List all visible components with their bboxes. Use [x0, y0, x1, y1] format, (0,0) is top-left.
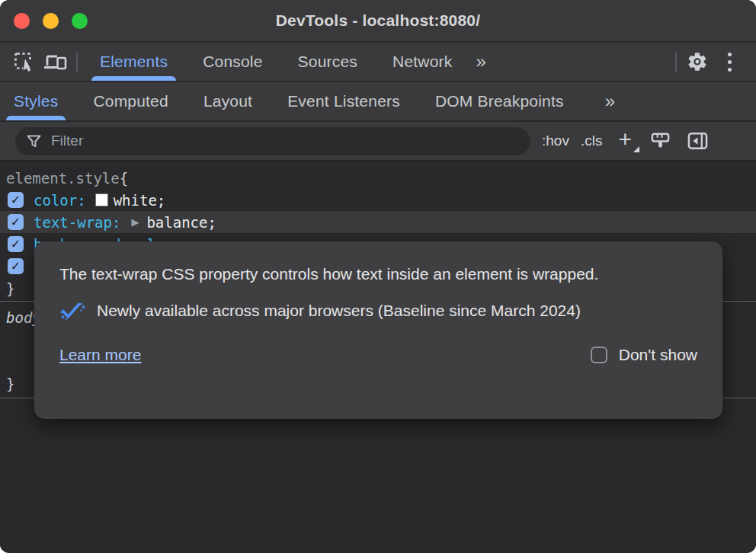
minimize-window-button[interactable] — [43, 13, 59, 29]
property-name[interactable]: color — [34, 192, 77, 209]
inspect-cursor-icon — [14, 52, 34, 72]
more-tabs-button[interactable]: » — [476, 51, 485, 72]
tab-sources[interactable]: Sources — [298, 43, 357, 81]
text-wrap-baseline-tooltip: The text-wrap CSS property controls how … — [34, 241, 722, 419]
paint-brush-icon — [650, 131, 671, 152]
css-property-row: ✓ color: white; — [0, 189, 756, 211]
gear-icon — [687, 51, 708, 72]
zoom-window-button[interactable] — [72, 13, 88, 29]
property-value[interactable]: balance; — [146, 214, 216, 231]
toggle-element-state-button[interactable]: :hov — [542, 133, 569, 149]
tab-elements[interactable]: Elements — [100, 43, 168, 81]
filter-funnel-icon — [27, 135, 41, 148]
tab-styles[interactable]: Styles — [14, 82, 58, 120]
device-toolbar-icon — [43, 52, 68, 72]
styles-filter-toolbar: :hov .cls + — [0, 122, 756, 161]
toggle-device-toolbar-button[interactable] — [40, 46, 72, 77]
titlebar: DevTools - localhost:8080/ — [0, 0, 756, 43]
settings-button[interactable] — [681, 46, 713, 77]
filter-input[interactable] — [50, 132, 519, 150]
tab-network[interactable]: Network — [392, 43, 452, 81]
property-checkbox[interactable]: ✓ — [8, 214, 24, 230]
tab-dom-breakpoints[interactable]: DOM Breakpoints — [435, 82, 564, 120]
tab-layout[interactable]: Layout — [203, 82, 252, 120]
toolbar-separator — [675, 52, 677, 72]
baseline-status-text: Newly available across major browsers (B… — [97, 302, 581, 320]
toolbar-separator — [76, 52, 78, 72]
inspect-element-button[interactable] — [8, 46, 40, 77]
kebab-menu-button[interactable] — [713, 46, 745, 77]
new-style-rule-button[interactable]: + — [613, 128, 636, 154]
kebab-menu-icon — [728, 53, 732, 72]
property-checkbox[interactable]: ✓ — [8, 192, 24, 208]
close-window-button[interactable] — [14, 13, 30, 29]
rule-selector: element.style — [6, 170, 120, 187]
element-classes-button[interactable]: .cls — [581, 133, 603, 149]
rendering-emulations-button[interactable] — [648, 126, 674, 156]
dont-show-label: Don't show — [619, 346, 697, 364]
collapse-panel-icon — [687, 132, 708, 150]
filter-field[interactable] — [15, 127, 530, 155]
tab-console[interactable]: Console — [203, 43, 262, 81]
window-title: DevTools - localhost:8080/ — [0, 11, 756, 30]
expand-value-icon[interactable]: ▶ — [131, 216, 139, 228]
main-toolbar: Elements Console Sources Network » — [0, 43, 756, 82]
styles-pane: element.style { ✓ color: white; ✓ text-w… — [0, 161, 756, 550]
css-property-row-hovered: ✓ text-wrap: ▶ balance; — [0, 211, 756, 233]
elements-sidebar-tabs: Styles Computed Layout Event Listeners D… — [0, 82, 756, 122]
more-sidebar-tabs-button[interactable]: » — [605, 91, 615, 112]
property-name[interactable]: text-wrap — [34, 214, 112, 231]
property-checkbox[interactable]: ✓ — [8, 258, 24, 274]
tooltip-description: The text-wrap CSS property controls how … — [59, 262, 662, 286]
color-swatch[interactable] — [95, 193, 108, 206]
toggle-sidebar-button[interactable] — [685, 126, 711, 156]
tab-computed[interactable]: Computed — [93, 82, 168, 120]
devtools-window: DevTools - localhost:8080/ — [0, 0, 756, 553]
property-checkbox[interactable]: ✓ — [8, 236, 24, 252]
learn-more-link[interactable]: Learn more — [59, 346, 141, 364]
rule-selector-line: element.style { — [0, 167, 756, 189]
dont-show-checkbox[interactable] — [591, 347, 607, 363]
property-value[interactable]: white; — [114, 192, 166, 209]
traffic-lights — [14, 0, 88, 41]
baseline-check-icon — [59, 301, 85, 321]
tab-event-listeners[interactable]: Event Listeners — [287, 82, 400, 120]
